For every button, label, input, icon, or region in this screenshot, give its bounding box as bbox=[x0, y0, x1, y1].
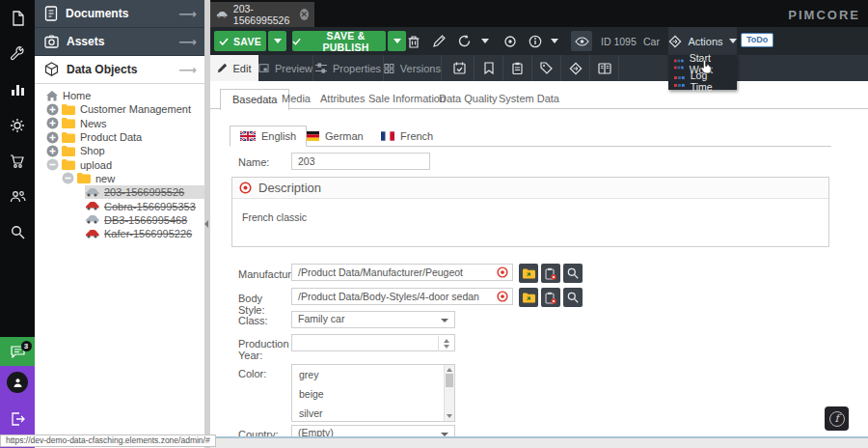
color-list-scrollbar[interactable] bbox=[444, 365, 454, 421]
folder-open-icon bbox=[523, 293, 535, 303]
spin-up-icon[interactable] bbox=[444, 339, 449, 343]
main-toolbar: SAVE SAVE & PUBLISH bbox=[210, 27, 868, 55]
tab-lang-french[interactable]: French bbox=[371, 126, 443, 147]
tab-203-1566995526[interactable]: 203-1566995526 ✕ bbox=[210, 2, 314, 27]
tree-item-kafer[interactable]: Kafer-1566995226 bbox=[35, 227, 204, 240]
tree-item-home[interactable]: Home bbox=[35, 89, 204, 102]
expand-plus-icon[interactable] bbox=[46, 145, 59, 157]
save-publish-button[interactable]: SAVE & PUBLISH bbox=[292, 31, 386, 51]
gear-icon[interactable] bbox=[0, 107, 35, 143]
tree-item-db3[interactable]: DB3-1566995468 bbox=[35, 213, 204, 227]
tree-item-news[interactable]: News bbox=[35, 117, 204, 130]
color-option-grey[interactable]: grey bbox=[292, 365, 454, 384]
bookmark-button[interactable] bbox=[475, 55, 503, 81]
manufacturer-input[interactable] bbox=[291, 264, 513, 281]
accordion-assets[interactable]: Assets ⟶ bbox=[35, 28, 204, 56]
color-listbox[interactable]: grey beige silver bbox=[291, 364, 455, 422]
actions-button[interactable]: Actions bbox=[668, 27, 737, 55]
body-style-remove-button[interactable] bbox=[541, 288, 560, 307]
tab-edit[interactable]: Edit bbox=[210, 55, 258, 81]
save-dropdown-button[interactable] bbox=[268, 31, 286, 51]
bar-chart-icon[interactable] bbox=[0, 71, 35, 107]
tree-item-cobra[interactable]: Cobra-1566995353 bbox=[35, 199, 204, 212]
accordion-data-objects[interactable]: Data Objects ⟶ bbox=[35, 56, 204, 84]
folder-icon bbox=[62, 159, 75, 170]
tree-item-203[interactable]: 203-1566995526 bbox=[35, 185, 204, 199]
manufacturer-remove-button[interactable] bbox=[541, 264, 560, 283]
workflow-diamond-icon bbox=[668, 35, 682, 48]
tree-item-upload[interactable]: upload bbox=[35, 157, 204, 171]
tags-button[interactable] bbox=[532, 55, 561, 81]
camera-icon bbox=[44, 35, 59, 48]
wrench-icon[interactable] bbox=[0, 36, 35, 71]
locate-in-tree-button[interactable] bbox=[500, 31, 521, 51]
tree-item-shop[interactable]: Shop bbox=[35, 144, 204, 157]
collapse-minus-icon[interactable] bbox=[46, 158, 59, 171]
close-tab-icon[interactable]: ✕ bbox=[300, 9, 309, 20]
panel-splitter[interactable] bbox=[204, 0, 210, 448]
search-icon[interactable] bbox=[0, 214, 35, 250]
expand-plus-icon[interactable] bbox=[46, 103, 59, 116]
tab-system-data[interactable]: System Data bbox=[487, 89, 571, 109]
workflow-button[interactable] bbox=[561, 55, 590, 81]
chevron-down-icon bbox=[729, 39, 737, 43]
preview-eye-button[interactable] bbox=[571, 31, 592, 51]
info-dropdown-button[interactable] bbox=[546, 31, 563, 51]
class-select[interactable]: Family car bbox=[291, 311, 455, 328]
save-button[interactable]: SAVE bbox=[214, 31, 266, 51]
description-value[interactable]: French classic bbox=[232, 199, 828, 236]
users-icon[interactable] bbox=[0, 179, 35, 214]
production-year-input[interactable] bbox=[291, 334, 455, 351]
tab-properties[interactable]: Properties bbox=[313, 55, 384, 81]
tab-preview[interactable]: Preview bbox=[258, 55, 313, 81]
manufacturer-open-folder-button[interactable] bbox=[519, 264, 538, 283]
collapse-panel-arrow-icon[interactable] bbox=[204, 220, 208, 228]
tab-lang-german-label: German bbox=[325, 130, 364, 142]
chat-rail-button[interactable]: 3 bbox=[0, 337, 35, 366]
spin-down-icon[interactable] bbox=[444, 345, 449, 349]
color-option-beige[interactable]: beige bbox=[292, 384, 454, 404]
clipboard-x-icon bbox=[545, 267, 556, 280]
scroll-down-icon[interactable] bbox=[447, 414, 452, 418]
accordion-documents[interactable]: Documents ⟶ bbox=[35, 0, 204, 28]
body-style-label: Body Style: bbox=[238, 293, 291, 316]
workflow-diamond-icon bbox=[569, 62, 583, 75]
file-icon[interactable] bbox=[0, 0, 35, 36]
info-button[interactable] bbox=[525, 31, 546, 51]
rename-button[interactable] bbox=[428, 31, 449, 51]
user-avatar-button[interactable] bbox=[7, 372, 28, 393]
tree-item-customer-management[interactable]: Customer Management bbox=[35, 102, 204, 116]
tab-versions[interactable]: Versions bbox=[384, 55, 442, 81]
notes-button[interactable] bbox=[503, 55, 532, 81]
monitor-icon bbox=[258, 63, 269, 73]
red-bullseye-icon bbox=[239, 182, 252, 194]
tab-lang-english-label: English bbox=[261, 130, 296, 142]
body-style-input[interactable] bbox=[291, 288, 513, 305]
tree-item-product-data[interactable]: Product Data bbox=[35, 130, 204, 144]
browser-widget-button[interactable]: f bbox=[825, 406, 849, 431]
color-option-silver[interactable]: silver bbox=[292, 404, 454, 422]
name-input[interactable] bbox=[291, 153, 430, 170]
car-icon-red bbox=[85, 202, 99, 210]
save-publish-button-label: SAVE & PUBLISH bbox=[306, 30, 386, 53]
schedule-button[interactable] bbox=[446, 55, 475, 81]
manufacturer-search-button[interactable] bbox=[563, 264, 583, 283]
scroll-up-icon[interactable] bbox=[447, 368, 452, 372]
logout-icon[interactable] bbox=[0, 401, 35, 436]
body-style-open-folder-button[interactable] bbox=[519, 288, 538, 307]
tab-lang-english[interactable]: English bbox=[230, 126, 307, 147]
actions-dropdown-menu: Start Work Log Time bbox=[668, 55, 737, 90]
body-style-search-button[interactable] bbox=[563, 288, 583, 307]
scrollbar-thumb[interactable] bbox=[446, 374, 453, 387]
collapse-minus-icon[interactable] bbox=[62, 172, 74, 184]
expand-plus-icon[interactable] bbox=[46, 131, 59, 144]
layout-button[interactable] bbox=[590, 55, 619, 81]
delete-button[interactable] bbox=[403, 31, 424, 51]
cart-icon[interactable] bbox=[0, 143, 35, 179]
spinner-buttons[interactable] bbox=[438, 336, 453, 351]
reload-dropdown-button[interactable] bbox=[476, 31, 494, 51]
reload-button[interactable] bbox=[453, 31, 475, 51]
expand-plus-icon[interactable] bbox=[46, 117, 59, 129]
tree-item-new[interactable]: new bbox=[35, 172, 204, 185]
menu-item-log-time[interactable]: Log Time bbox=[668, 72, 737, 90]
